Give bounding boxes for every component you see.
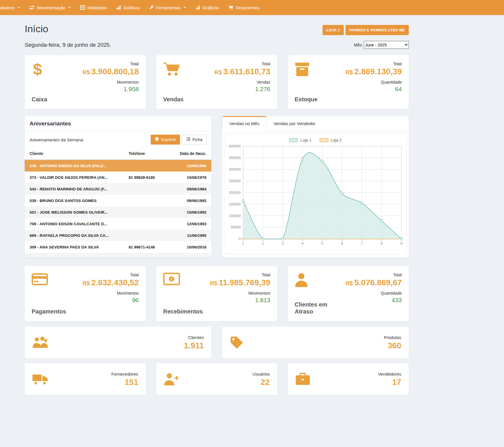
date-text: Segunda-feira, 9 de junho de 2025.: [25, 42, 111, 48]
svg-text:0: 0: [239, 237, 241, 241]
svg-text:8: 8: [381, 241, 383, 246]
stat-card-clientes-em-atraso: Clientes em Atraso Total R$5.076.869,67 …: [288, 266, 409, 321]
month-label: Mês: [354, 42, 362, 47]
table-row[interactable]: 709 - ANTONIO EDSON CAVALCANTE D...12/06…: [25, 218, 211, 230]
list-icon: [186, 137, 190, 142]
top-navbar: Cadastros Movimentação Relatórios Gráfic…: [0, 0, 504, 15]
summary-card-produtos: Produtos 360: [222, 327, 409, 358]
svg-text:150000: 150000: [229, 202, 241, 206]
cell-date: 09/06/1992: [169, 199, 206, 203]
summary-value: 1.911: [184, 341, 204, 350]
table-row[interactable]: 309 - ANA SEVERINA PAES DA SILVA81 99671…: [25, 241, 211, 253]
tab-vendas-no-mes[interactable]: Vendas no Mês: [222, 116, 267, 131]
count-label: Vendas: [214, 80, 270, 84]
summary-value: 360: [384, 341, 401, 350]
summary-card-usuarios: Usuários 22: [156, 363, 277, 395]
summary-card-vendedores: Vendedores 17: [288, 363, 409, 395]
total-label: Total: [214, 62, 270, 66]
nav-item-relatorios[interactable]: Relatórios: [75, 0, 112, 15]
nav-item-label: Relatórios: [87, 5, 107, 10]
store-button[interactable]: LOJA 1: [323, 25, 344, 35]
table-row[interactable]: 539 - BRUNO DOS SANTOS GOMES09/06/1992: [25, 195, 211, 206]
table-row[interactable]: 501 - JOSE WELISSON GOMES OLIVEIR...15/0…: [25, 206, 211, 218]
page-title: Início: [25, 23, 48, 35]
person-icon: [295, 273, 332, 287]
briefcase-icon: [295, 373, 310, 385]
stat-card-vendas: Vendas Total R$3.611.610,73 Vendas 1.276: [156, 55, 277, 109]
svg-text:6: 6: [341, 241, 343, 246]
exchange-icon: [29, 5, 35, 10]
stat-card-title: Pagamentos: [32, 308, 66, 315]
table-row[interactable]: 278 - ANTONIO EMIDIO DA SILVA (PALE...12…: [25, 160, 211, 172]
printer-icon: [155, 137, 159, 142]
wrench-icon: [149, 5, 154, 10]
cell-date: 11/06/1995: [169, 233, 206, 238]
cell-date: 12/06/1966: [169, 164, 206, 168]
cell-phone: 81 99828-6185: [129, 175, 169, 180]
sales-tabs: Vendas no Mês Vendas por Vendedor: [222, 116, 409, 131]
birthday-table-body: 278 - ANTONIO EMIDIO DA SILVA (PALE...12…: [25, 160, 211, 257]
cell-date: 12/06/1993: [169, 222, 206, 226]
summary-value: 22: [253, 378, 270, 387]
nav-item-label: Movimentação: [37, 5, 65, 10]
caret-down-icon: [69, 7, 71, 8]
count-label: Quantidade: [345, 291, 402, 295]
count-value: 1.958: [82, 86, 139, 93]
nav-item-ferramentas[interactable]: Ferramentas: [144, 0, 191, 15]
main-content: Início LOJA 1 PANNOS E PANNOS LTDA ME Se…: [25, 15, 409, 412]
summary-label: Usuários: [253, 372, 270, 376]
month-select[interactable]: June - 2025: [364, 41, 409, 49]
summary-label: Clientes: [184, 335, 204, 340]
total-value: R$2.632.430,52: [82, 278, 139, 287]
svg-text:50000: 50000: [231, 225, 241, 229]
nav-item-cadastros[interactable]: Cadastros: [0, 0, 25, 15]
stat-card-recebimentos: 1 Recebimentos Total R$11.985.769,39 Mov…: [156, 266, 277, 321]
svg-text:3: 3: [282, 241, 284, 246]
total-label: Total: [210, 273, 270, 277]
total-value: R$11.985.769,39: [210, 278, 270, 287]
user-plus-icon: [164, 372, 179, 386]
birthdays-panel: Aniversariantes Aniversariantes da Seman…: [25, 116, 211, 257]
stat-card-estoque: Estoque Total R$2.869.130,39 Quantidade …: [288, 55, 409, 109]
table-row[interactable]: 543 - RENATO MARINHO DE ARAUJO (F...09/0…: [25, 183, 211, 195]
total-label: Total: [345, 62, 402, 66]
birthdays-title: Aniversariantes: [25, 116, 211, 131]
summary-value: 151: [111, 378, 138, 387]
count-value: 96: [82, 297, 139, 304]
nav-item-label: Cadastros: [0, 5, 15, 10]
count-label: Movimentos: [82, 80, 139, 84]
nav-item-movimentacao[interactable]: Movimentação: [25, 0, 75, 15]
table-row[interactable]: 373 - VALDIR DOS ANJOS PEREIRA (AN...81 …: [25, 172, 211, 183]
ficha-button-label: Ficha: [192, 137, 202, 142]
column-header-telefone: Telefone: [129, 151, 169, 156]
caret-down-icon: [18, 7, 20, 8]
nav-item-graficos-1[interactable]: Gráficos: [111, 0, 144, 15]
count-value: 1.813: [210, 297, 270, 304]
cell-client: 501 - JOSE WELISSON GOMES OLIVEIR...: [30, 210, 129, 215]
cell-date: 09/06/1984: [169, 187, 206, 191]
stat-card-pagamentos: Pagamentos Total R$2.632.430,52 Moviment…: [25, 266, 146, 321]
cell-client: 543 - RENATO MARINHO DE ARAUJO (F...: [30, 187, 129, 191]
svg-text:250000: 250000: [229, 179, 241, 183]
tag-icon: [230, 336, 244, 349]
cell-client: 539 - BRUNO DOS SANTOS GOMES: [30, 199, 129, 203]
svg-text:9: 9: [400, 241, 402, 246]
company-button[interactable]: PANNOS E PANNOS LTDA ME: [345, 25, 409, 35]
cell-date: 15/06/1992: [169, 210, 206, 215]
count-label: Movimentos: [82, 291, 139, 295]
table-row[interactable]: 616 - ADRIANO XAVIER DA PAZ (PALA...09/0…: [25, 253, 211, 257]
credit-card-icon: [32, 273, 66, 286]
print-button-label: Imprimir: [161, 137, 176, 142]
ficha-button[interactable]: Ficha: [182, 135, 206, 145]
nav-item-label: Orçamentos: [236, 5, 260, 10]
svg-text:$: $: [33, 62, 42, 78]
tab-vendas-por-vendedor[interactable]: Vendas por Vendedor: [267, 116, 322, 131]
legend-swatch: [320, 138, 328, 142]
print-button[interactable]: Imprimir: [151, 135, 180, 145]
total-label: Total: [345, 273, 402, 277]
summary-label: Fornecedores: [111, 372, 138, 376]
nav-item-orcamentos[interactable]: Orçamentos: [224, 0, 264, 15]
cart-icon: [228, 5, 233, 10]
nav-item-graficos-2[interactable]: Gráficos: [191, 0, 224, 15]
table-row[interactable]: 669 - RAFAELA PROCOPIO DA SILVA CA...11/…: [25, 230, 211, 241]
